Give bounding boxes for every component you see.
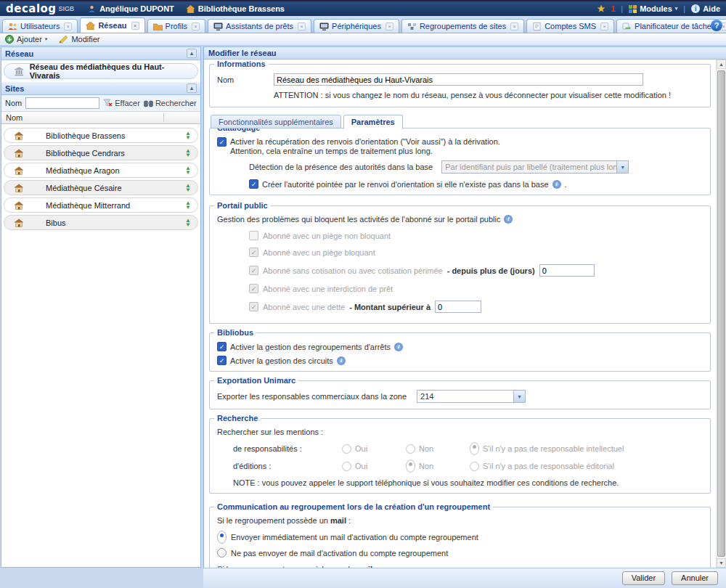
modules-grid-icon [629, 5, 637, 13]
interdiction-pret-checkbox: ✓ [249, 284, 258, 293]
column-separator [163, 113, 164, 122]
scrollbar-thumb[interactable] [717, 70, 725, 557]
checkbox-label: Activer la récupération des renvois d'or… [230, 137, 500, 146]
site-row[interactable]: Médiathèque Mitterrand ▲▼ [4, 197, 198, 213]
tab-close-icon[interactable]: × [64, 23, 72, 30]
help-menu[interactable]: i Aide [691, 4, 720, 13]
scroll-up-icon[interactable]: ▲ [717, 60, 726, 69]
site-house-icon [14, 184, 24, 192]
recherche-section: Recherche Rechercher sur les mentions : … [209, 418, 711, 494]
monitor-icon [213, 23, 223, 30]
detection-select[interactable]: Par identifiant puis par libellé (traite… [441, 160, 629, 173]
tab-reseau[interactable]: Réseau × [80, 17, 144, 33]
tab-assistants-de-prets[interactable]: Assistants de prêts × [208, 19, 311, 33]
piege-bloquant-checkbox: ✓ [249, 248, 258, 257]
tab-profils[interactable]: Profils × [147, 19, 206, 33]
site-row[interactable]: Médiathèque Césaire ▲▼ [4, 180, 198, 195]
ne-pas-envoyer-mail-radio[interactable] [217, 548, 227, 558]
help-info-icon: i [691, 4, 700, 13]
renvois-orientation-checkbox[interactable]: ✓ [217, 137, 227, 147]
envoyer-mail-radio[interactable] [217, 531, 227, 544]
tab-planificateur-de-taches[interactable]: Planificateur de tâches × [616, 19, 726, 33]
modules-menu[interactable]: Modules ▾ [629, 4, 677, 13]
responsabilites-sil-radio [470, 442, 479, 455]
tab-close-icon[interactable]: × [298, 23, 306, 30]
montant-input[interactable] [435, 301, 481, 313]
site-row[interactable]: Bibliothèque Brassens ▲▼ [4, 128, 198, 143]
tab-comptes-sms[interactable]: Comptes SMS × [526, 19, 614, 33]
zone-select[interactable]: 214 ▼ [417, 390, 526, 403]
sites-list: Bibliothèque Brassens ▲▼ Bibliothèque Ce… [1, 124, 200, 234]
current-user[interactable]: Angélique DUPONT [87, 4, 174, 13]
collapse-panel-button[interactable]: ▴ [187, 49, 197, 58]
cancel-button[interactable]: Annuler [672, 571, 718, 585]
help-button[interactable]: ? [711, 20, 722, 31]
scroll-down-icon[interactable]: ▼ [717, 558, 726, 568]
notification-count: 1 [611, 4, 615, 13]
add-button[interactable]: + Ajouter ▾ [5, 35, 47, 44]
modify-button[interactable]: Modifier [59, 35, 99, 44]
sites-search-bar: Nom Effacer Rechercher [1, 95, 200, 112]
network-name-input[interactable] [274, 73, 643, 86]
top-bar: decalog SIGB Angélique DUPONT Bibliothèq… [0, 0, 726, 16]
network-item[interactable]: Réseau des médiathèques du Haut-Vivarais [4, 63, 198, 79]
tab-regroupements-de-sites[interactable]: Regroupements de sites × [401, 19, 524, 33]
sort-order-icon[interactable]: ▲▼ [185, 184, 191, 192]
tab-close-icon[interactable]: × [510, 23, 518, 30]
portail-public-section: Portail public Gestion des problèmes qui… [209, 205, 711, 324]
site-name-search-input[interactable] [25, 97, 99, 109]
add-plus-icon: + [5, 35, 14, 44]
clear-search-button[interactable]: Effacer [103, 99, 140, 107]
question-mail-present: Si le regroupement possède un mail : [217, 516, 703, 525]
sms-document-icon [532, 23, 542, 30]
tab-fonctionnalites-supplementaires[interactable]: Fonctionnalités supplémentaires [211, 115, 341, 128]
site-row[interactable]: Bibliothèque Cendrars ▲▼ [4, 145, 198, 160]
tab-close-icon[interactable]: × [386, 23, 393, 30]
info-icon[interactable]: i [504, 215, 513, 224]
sort-order-icon[interactable]: ▲▼ [185, 201, 191, 210]
info-icon[interactable]: i [394, 343, 403, 351]
search-button[interactable]: Rechercher [144, 99, 197, 107]
collapse-panel-button[interactable]: ▴ [187, 83, 197, 93]
circuits-checkbox[interactable]: ✓ [217, 356, 227, 365]
regroupements-arrets-checkbox[interactable]: ✓ [217, 342, 227, 351]
scheduler-icon [622, 23, 632, 30]
editions-sil-radio [470, 462, 479, 471]
tab-close-icon[interactable]: × [131, 22, 139, 30]
checkbox-label: Créer l'autorité pointée par le renvoi d… [262, 180, 549, 189]
favorites-star-icon[interactable]: ★ [597, 4, 605, 14]
monitor-icon [319, 23, 329, 30]
info-icon[interactable]: i [552, 180, 561, 189]
creer-autorite-checkbox[interactable]: ✓ [249, 179, 258, 189]
cotisation-perimee-checkbox: ✓ [249, 266, 258, 275]
tab-parametres[interactable]: Paramètres [343, 115, 403, 129]
site-row[interactable]: Médiathèque Aragon ▲▼ [4, 163, 198, 178]
form-content: Informations Nom ATTENTION : si vous cha… [204, 60, 716, 568]
clear-funnel-icon [103, 99, 113, 107]
sort-order-icon[interactable]: ▲▼ [185, 166, 191, 175]
current-site[interactable]: Bibliothèque Brassens [186, 4, 285, 13]
sites-column-header[interactable]: Nom [1, 112, 200, 124]
catalogage-section: Catalogage ✓ Activer la récupération des… [209, 128, 711, 195]
sort-order-icon[interactable]: ▲▼ [185, 149, 191, 158]
site-house-icon [14, 149, 24, 158]
users-icon [8, 23, 17, 30]
tab-close-icon[interactable]: × [192, 23, 200, 30]
validate-button[interactable]: Valider [622, 571, 665, 585]
tab-close-icon[interactable]: × [600, 23, 608, 30]
site-row[interactable]: Bibus ▲▼ [4, 215, 198, 230]
vertical-scrollbar[interactable]: ▲ ▼ [716, 60, 726, 568]
info-icon[interactable]: i [337, 356, 346, 365]
rename-warning-text: ATTENTION : si vous changez le nom du ré… [274, 91, 703, 99]
responsabilites-label: de responsabilités : [233, 444, 342, 453]
site-house-icon [14, 201, 24, 210]
jours-input[interactable] [539, 264, 595, 277]
piege-non-bloquant-checkbox [249, 231, 258, 240]
tab-peripheriques[interactable]: Périphériques × [314, 19, 399, 33]
tab-utilisateurs[interactable]: Utilisateurs × [2, 19, 78, 33]
sort-order-icon[interactable]: ▲▼ [185, 131, 191, 140]
site-house-icon [14, 131, 24, 140]
home-icon [186, 5, 195, 13]
section-legend: Recherche [214, 414, 261, 422]
sort-order-icon[interactable]: ▲▼ [185, 219, 191, 227]
